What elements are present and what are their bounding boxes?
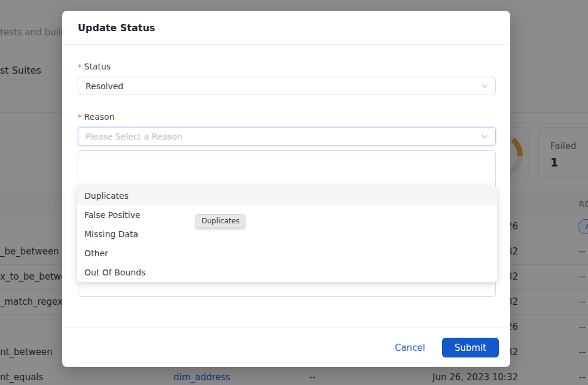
chevron-down-icon: [481, 83, 488, 90]
required-mark: *: [78, 113, 82, 122]
status-field-label: *Status: [78, 62, 496, 71]
required-mark: *: [78, 62, 82, 71]
reason-option-false-positive[interactable]: False Positive: [77, 205, 497, 225]
chevron-down-icon: [481, 133, 488, 140]
cancel-button[interactable]: Cancel: [395, 342, 425, 353]
status-select-value: Resolved: [86, 81, 481, 91]
reason-option-other[interactable]: Other: [77, 244, 497, 263]
reason-option-out-of-bounds[interactable]: Out Of Bounds: [77, 263, 497, 282]
native-tooltip: Duplicates: [196, 214, 245, 228]
reason-option-duplicates[interactable]: Duplicates: [77, 186, 497, 205]
reason-select-placeholder: Please Select a Reason: [86, 132, 481, 141]
reason-field-label: *Reason: [78, 112, 496, 122]
submit-button[interactable]: Submit: [442, 338, 499, 357]
reason-option-missing-data[interactable]: Missing Data: [77, 225, 497, 244]
update-status-modal: Update Status *Status Resolved *Reason P…: [62, 11, 510, 367]
modal-footer: Cancel Submit: [62, 328, 510, 367]
modal-header: Update Status: [62, 11, 510, 45]
modal-body: *Status Resolved *Reason Please Select a…: [62, 45, 510, 328]
status-select[interactable]: Resolved: [78, 77, 496, 95]
reason-dropdown: Duplicates False Positive Missing Data O…: [77, 186, 497, 282]
modal-title: Update Status: [78, 22, 495, 34]
reason-select[interactable]: Please Select a Reason: [78, 127, 496, 145]
